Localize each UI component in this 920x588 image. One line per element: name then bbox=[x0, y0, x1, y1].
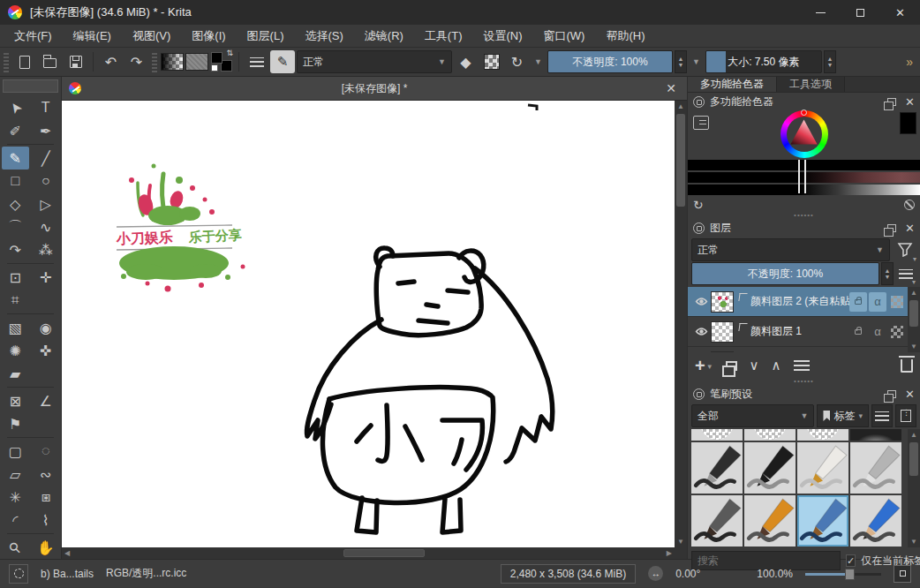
menu-item-view[interactable]: 视图(V) bbox=[122, 25, 181, 48]
brush-preset-tile[interactable] bbox=[850, 442, 901, 494]
brush-preset-tile[interactable] bbox=[744, 495, 796, 547]
document-tab[interactable]: [未保存图像] * ✕ bbox=[62, 77, 687, 101]
tool-colorize-mask[interactable]: ✺ bbox=[2, 339, 29, 362]
redo-button[interactable]: ↷ bbox=[124, 50, 148, 73]
docker-float-icon[interactable] bbox=[887, 98, 896, 106]
tool-ellipse[interactable]: ○ bbox=[33, 170, 60, 192]
foreground-background-colors[interactable]: ⇅ bbox=[210, 50, 233, 73]
brush-preset-tile[interactable] bbox=[850, 429, 901, 441]
blending-mode-dropdown[interactable]: 正常 ▼ bbox=[297, 50, 452, 73]
tool-select-contiguous[interactable]: ✳ bbox=[2, 486, 29, 509]
layer-opacity-slider[interactable]: 不透明度: 100% bbox=[691, 262, 879, 285]
brush-size-spinner[interactable]: ▲▼ bbox=[824, 50, 836, 73]
tool-smart-patch[interactable]: ✜ bbox=[33, 339, 60, 362]
layer-alpha-lock-icon[interactable]: α bbox=[869, 352, 886, 353]
canvas-page[interactable]: 小刀娱乐 乐于分享 bbox=[62, 101, 675, 547]
canvas-rotation-icon[interactable]: ↔ bbox=[648, 566, 663, 581]
hue-marker[interactable] bbox=[801, 109, 807, 116]
tool-freehand-path[interactable]: ∿ bbox=[33, 215, 60, 238]
preserve-alpha-button[interactable] bbox=[479, 50, 503, 73]
no-color-icon[interactable] bbox=[904, 200, 915, 210]
scroll-up-icon[interactable]: ▲ bbox=[910, 287, 917, 298]
layer-docker-menu-button[interactable] bbox=[895, 262, 916, 285]
opacity-slider[interactable]: 不透明度: 100% bbox=[547, 50, 673, 73]
brush-preset-tile-selected[interactable] bbox=[797, 495, 848, 547]
brush-preset-tile[interactable] bbox=[797, 429, 848, 441]
menu-item-layer[interactable]: 图层(L) bbox=[237, 25, 295, 48]
zoom-reset-button[interactable] bbox=[894, 565, 911, 583]
menu-item-filter[interactable]: 滤镜(R) bbox=[354, 25, 414, 48]
brush-preset-tile[interactable] bbox=[744, 442, 796, 494]
tool-multibrush[interactable]: ⁂ bbox=[33, 238, 60, 261]
maximize-button[interactable] bbox=[841, 0, 880, 25]
tool-transform[interactable]: ⊡ bbox=[2, 266, 29, 289]
tool-bezier-curve[interactable]: ⌒ bbox=[2, 215, 29, 238]
tool-select-magnetic[interactable]: ⌇ bbox=[33, 509, 60, 531]
layer-thumbnail[interactable] bbox=[711, 291, 734, 313]
document-close-icon[interactable]: ✕ bbox=[662, 81, 680, 95]
search-in-tag-checkbox[interactable]: ✓ bbox=[846, 554, 856, 567]
color-profile-label[interactable]: RGB/透明...rc.icc bbox=[106, 566, 186, 581]
opacity-spinner[interactable]: ▲▼ bbox=[675, 50, 687, 73]
menu-item-select[interactable]: 选择(S) bbox=[294, 25, 353, 48]
tool-zoom[interactable]: ⚲ bbox=[2, 536, 29, 559]
tool-move[interactable]: ✛ bbox=[33, 266, 60, 289]
layer-row[interactable]: 背景α bbox=[688, 347, 908, 352]
tool-select-polygonal[interactable]: ▱ bbox=[2, 463, 29, 486]
scroll-down-icon[interactable]: ▼ bbox=[677, 536, 684, 547]
layer-properties-button[interactable] bbox=[794, 360, 810, 371]
layer-blending-mode-dropdown[interactable]: 正常 ▼ bbox=[691, 238, 890, 261]
docker-close-icon[interactable]: ✕ bbox=[905, 95, 915, 109]
scroll-down-icon[interactable]: ▼ bbox=[910, 341, 917, 352]
new-document-button[interactable] bbox=[12, 50, 36, 73]
tool-select-shapes[interactable]: ➤ bbox=[2, 96, 29, 119]
tool-select-elliptical[interactable]: ◌ bbox=[33, 440, 60, 463]
layer-name[interactable]: 颜料图层 1 bbox=[750, 324, 849, 339]
layer-inherit-alpha-icon[interactable] bbox=[891, 326, 903, 338]
docker-close-icon[interactable]: ✕ bbox=[905, 222, 915, 235]
brush-preset-tile[interactable] bbox=[691, 429, 743, 441]
layer-thumbnail[interactable] bbox=[711, 321, 734, 343]
tool-line[interactable]: ╱ bbox=[33, 147, 60, 170]
layer-inherit-alpha-icon[interactable] bbox=[891, 296, 903, 308]
tool-select-freehand[interactable]: ∾ bbox=[33, 463, 60, 486]
horizontal-scroll-thumb[interactable] bbox=[343, 549, 425, 557]
delete-layer-button[interactable] bbox=[901, 359, 913, 373]
layer-list-scrollbar[interactable]: ▲ ▼ bbox=[908, 287, 920, 352]
layer-name[interactable]: 颜料图层 2 (来自粘贴) bbox=[750, 294, 849, 309]
toolbox-header[interactable] bbox=[3, 79, 58, 93]
eraser-mode-button[interactable]: ◆ bbox=[454, 50, 478, 73]
display-mode-button[interactable] bbox=[895, 404, 916, 427]
brush-preset-tile[interactable] bbox=[797, 442, 848, 494]
brush-grid-scrollbar[interactable]: ▲ ▼ bbox=[908, 429, 920, 547]
current-brush-name[interactable]: b) Ba...tails bbox=[41, 568, 94, 580]
canvas-horizontal-scrollbar[interactable]: ◀ ▶ bbox=[62, 547, 675, 559]
brush-composite-button[interactable] bbox=[245, 50, 268, 73]
reload-preset-button[interactable]: ↻ bbox=[505, 50, 529, 73]
foreground-color-swatch[interactable] bbox=[211, 52, 222, 64]
open-document-button[interactable] bbox=[38, 50, 62, 73]
tab-advanced-color-selector[interactable]: 多功能拾色器 bbox=[688, 77, 777, 92]
strip-cursor[interactable] bbox=[798, 160, 806, 193]
zoom-slider-handle[interactable] bbox=[845, 569, 855, 580]
close-button[interactable]: ✕ bbox=[880, 0, 920, 25]
chevron-down-icon[interactable]: ▼ bbox=[531, 57, 546, 66]
tool-gradient[interactable]: ▧ bbox=[2, 316, 29, 339]
layer-thumbnail[interactable] bbox=[711, 351, 734, 353]
brush-preset-tile[interactable] bbox=[691, 495, 743, 547]
layer-opacity-spinner[interactable]: ▲▼ bbox=[881, 262, 894, 285]
current-color-swatch[interactable] bbox=[900, 112, 916, 134]
tool-text[interactable]: T bbox=[33, 96, 60, 119]
layer-row[interactable]: 颜料图层 2 (来自粘贴)α bbox=[688, 287, 908, 317]
tool-polygon[interactable]: ◇ bbox=[2, 192, 29, 215]
docker-lock-icon[interactable] bbox=[693, 222, 705, 234]
brush-preset-tile[interactable] bbox=[691, 442, 743, 494]
tool-pan[interactable]: ✋ bbox=[33, 536, 60, 559]
gradient-chooser-button[interactable] bbox=[161, 53, 184, 71]
tool-polyline[interactable]: ▷ bbox=[33, 192, 60, 215]
docker-lock-icon[interactable] bbox=[693, 96, 705, 108]
docker-float-icon[interactable] bbox=[887, 224, 896, 232]
tool-enclose-fill[interactable]: ⊠ bbox=[2, 389, 29, 412]
docker-resize-handle[interactable]: •••••• bbox=[688, 213, 920, 219]
vertical-scroll-thumb[interactable] bbox=[909, 300, 918, 327]
